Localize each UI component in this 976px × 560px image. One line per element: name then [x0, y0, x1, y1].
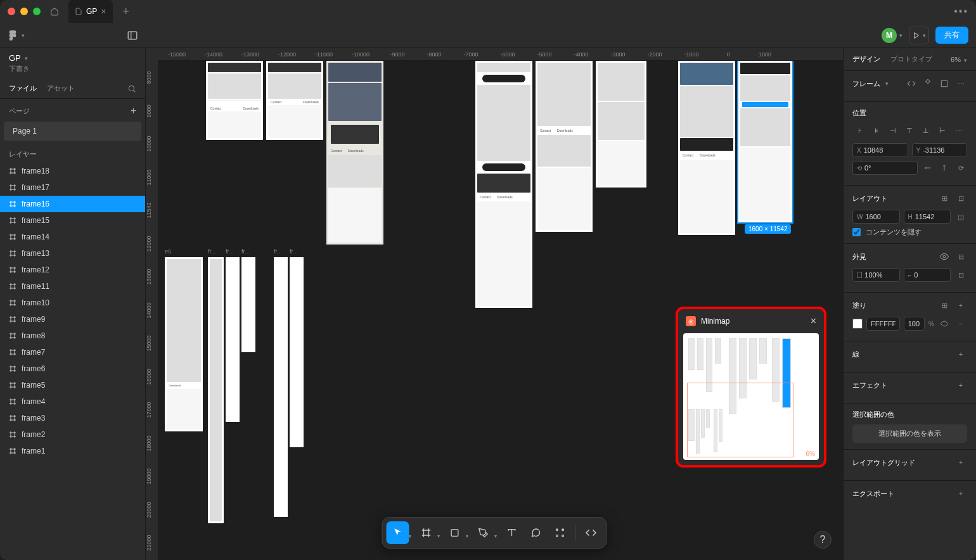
- rotate-icon[interactable]: ⟳: [954, 162, 967, 174]
- align-left-icon[interactable]: ⊦: [852, 123, 868, 138]
- more-icon[interactable]: ⋯: [954, 77, 967, 90]
- y-input[interactable]: Y: [912, 143, 968, 157]
- tab-design[interactable]: デザイン: [852, 54, 880, 64]
- add-export-icon[interactable]: +: [954, 487, 967, 500]
- fill-swatch[interactable]: [852, 319, 863, 329]
- search-icon[interactable]: [127, 84, 136, 93]
- minimap-viewport[interactable]: [687, 383, 793, 457]
- zoom-dropdown[interactable]: 6% ▾: [951, 56, 967, 63]
- tab-file[interactable]: ファイル: [9, 84, 37, 93]
- clip-content-checkbox[interactable]: コンテンツを隠す: [852, 227, 967, 237]
- corners-expand-icon[interactable]: ⊡: [954, 269, 967, 281]
- layer-item[interactable]: frame18: [0, 163, 145, 179]
- artboard[interactable]: e5Downloads: [165, 257, 203, 431]
- new-tab-button[interactable]: +: [118, 5, 135, 18]
- align-bottom-icon[interactable]: ⊢: [935, 123, 950, 138]
- text-tool[interactable]: [501, 521, 523, 544]
- artboard[interactable]: fr...: [226, 257, 240, 422]
- close-window[interactable]: [8, 8, 15, 15]
- align-h-center-icon[interactable]: ⊧: [869, 123, 884, 138]
- artboard[interactable]: Contact Downloads: [475, 61, 532, 308]
- artboard[interactable]: fr...: [274, 257, 288, 517]
- help-button[interactable]: ?: [814, 531, 832, 549]
- align-right-icon[interactable]: ⊣: [885, 123, 901, 138]
- remove-fill-icon[interactable]: −: [954, 317, 967, 330]
- tab-prototype[interactable]: プロトタイプ: [890, 54, 932, 64]
- page-item[interactable]: Page 1: [4, 122, 141, 141]
- artboard[interactable]: Contact Downloads: [326, 61, 383, 245]
- layer-item[interactable]: frame9: [0, 311, 145, 328]
- x-input[interactable]: X: [852, 143, 908, 157]
- home-icon[interactable]: [46, 3, 63, 20]
- artboard[interactable]: ContactDownloads: [206, 61, 263, 140]
- opacity-input[interactable]: [852, 268, 900, 282]
- shape-tool[interactable]: [444, 521, 466, 544]
- panel-toggle-icon[interactable]: [127, 30, 138, 41]
- artboard[interactable]: Contact Downloads: [678, 61, 735, 235]
- frame-tool[interactable]: [415, 521, 438, 544]
- code-icon[interactable]: [905, 77, 918, 90]
- figma-menu[interactable]: ▾: [8, 30, 25, 41]
- minimap-canvas[interactable]: 6%: [683, 333, 819, 460]
- layer-item[interactable]: frame2: [0, 426, 145, 443]
- canvas-area[interactable]: -15000-14000-13000-12000-11000-10000-900…: [146, 48, 843, 560]
- layer-item[interactable]: frame5: [0, 377, 145, 393]
- layer-item[interactable]: frame1: [0, 443, 145, 459]
- fill-styles-icon[interactable]: ⊞: [938, 299, 951, 312]
- align-v-center-icon[interactable]: ⊥: [918, 123, 934, 138]
- layer-item[interactable]: frame8: [0, 328, 145, 344]
- width-input[interactable]: W: [852, 210, 900, 224]
- maximize-window[interactable]: [33, 8, 41, 15]
- constrain-icon[interactable]: ⊡: [954, 192, 967, 205]
- component-icon[interactable]: [921, 77, 934, 90]
- actions-tool[interactable]: [549, 521, 572, 544]
- fill-visibility-icon[interactable]: [938, 317, 951, 330]
- close-minimap-icon[interactable]: ×: [811, 315, 816, 327]
- pen-tool[interactable]: [472, 521, 495, 544]
- layer-item[interactable]: frame15: [0, 212, 145, 229]
- artboard[interactable]: [596, 61, 646, 188]
- layer-item[interactable]: frame7: [0, 344, 145, 360]
- minimize-window[interactable]: [20, 8, 28, 15]
- minimap-panel[interactable]: ◎ Minimap ×: [678, 309, 824, 465]
- add-grid-icon[interactable]: +: [954, 456, 967, 469]
- avatar-menu[interactable]: M ▾: [882, 28, 902, 43]
- resize-icon[interactable]: [938, 77, 951, 90]
- layer-item[interactable]: frame13: [0, 245, 145, 262]
- fill-hex-input[interactable]: [866, 317, 900, 331]
- tab-assets[interactable]: アセット: [47, 84, 75, 93]
- layer-item[interactable]: frame4: [0, 393, 145, 410]
- corner-radius-input[interactable]: ⌐: [904, 268, 951, 282]
- present-button[interactable]: ▾: [909, 27, 929, 44]
- file-name[interactable]: GP▾: [9, 53, 136, 63]
- autolayout-toggle-icon[interactable]: ⊞: [938, 192, 951, 205]
- close-tab-icon[interactable]: ×: [101, 6, 106, 16]
- layer-item[interactable]: frame12: [0, 262, 145, 278]
- move-tool[interactable]: [387, 521, 409, 544]
- layer-item[interactable]: frame11: [0, 278, 145, 295]
- share-button[interactable]: 共有: [935, 27, 968, 44]
- layer-item[interactable]: frame3: [0, 410, 145, 426]
- fill-opacity-input[interactable]: [904, 317, 925, 331]
- align-top-icon[interactable]: ⊤: [902, 123, 917, 138]
- show-selection-colors-button[interactable]: 選択範囲の色を表示: [852, 424, 967, 443]
- artboard[interactable]: fr...: [290, 257, 304, 447]
- layer-item[interactable]: frame17: [0, 179, 145, 196]
- artboard[interactable]: fr...: [241, 257, 255, 352]
- artboard[interactable]: Contact Downloads: [536, 61, 593, 232]
- artboard[interactable]: ContactDownloads: [266, 61, 323, 140]
- appearance-settings-icon[interactable]: ⊟: [954, 250, 967, 263]
- add-effect-icon[interactable]: +: [954, 379, 967, 391]
- lock-ratio-icon[interactable]: ◫: [954, 210, 967, 223]
- layer-item[interactable]: frame10: [0, 295, 145, 311]
- layer-item[interactable]: frame14: [0, 229, 145, 245]
- document-tab[interactable]: GP ×: [68, 0, 113, 23]
- add-fill-icon[interactable]: +: [954, 299, 967, 312]
- artboard[interactable]: fr...: [208, 257, 224, 523]
- flip-v-icon[interactable]: [938, 162, 951, 174]
- dev-mode-toggle[interactable]: [580, 521, 603, 544]
- add-stroke-icon[interactable]: +: [954, 348, 967, 360]
- align-more-icon[interactable]: ⋯: [951, 123, 966, 138]
- rotation-input[interactable]: ⟲: [852, 161, 918, 175]
- add-page-button[interactable]: +: [131, 105, 136, 117]
